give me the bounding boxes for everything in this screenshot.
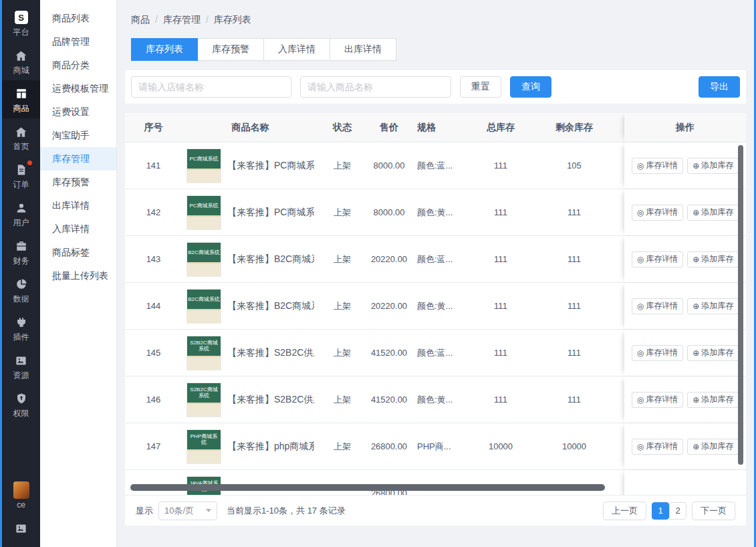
reset-button[interactable]: 重置 xyxy=(460,76,501,98)
sidebar-item-finance[interactable]: 财务 xyxy=(2,233,40,271)
sidebar-item-home[interactable]: 首页 xyxy=(2,118,40,156)
sidebar-item-resources[interactable]: 资源 xyxy=(2,347,40,385)
page-number-1[interactable]: 1 xyxy=(652,502,669,520)
sidebar-item-permissions[interactable]: 权限 xyxy=(2,385,40,423)
sidebar-item-mall[interactable]: 商城 xyxy=(2,42,40,80)
shop-name-input[interactable] xyxy=(131,76,291,98)
tab-outbound-details[interactable]: 出库详情 xyxy=(330,38,396,61)
cell-remaining-stock: 105 xyxy=(534,160,614,171)
add-stock-button[interactable]: ⊕添加库存 xyxy=(687,392,739,408)
vertical-scrollbar[interactable] xyxy=(738,145,743,465)
cell-product: PC商城系统【来客推】PC商城系统 xyxy=(182,148,319,183)
product-image: PC商城系统 xyxy=(186,148,221,183)
sidebar-item-plugins[interactable]: 插件 xyxy=(2,309,40,347)
horizontal-scrollbar[interactable] xyxy=(130,484,605,491)
cell-price: 41520.00 xyxy=(366,347,412,359)
cell-status: 上架 xyxy=(319,394,366,406)
product-image-body xyxy=(187,262,221,276)
query-button[interactable]: 查询 xyxy=(510,76,551,98)
product-name: 【来客推】PC商城系统 xyxy=(227,207,314,219)
add-stock-button[interactable]: ⊕添加库存 xyxy=(687,439,739,455)
sidebar-item-goods[interactable]: 商品 xyxy=(2,80,40,118)
tab-inventory-warning[interactable]: 库存预警 xyxy=(197,38,264,61)
stock-detail-button[interactable]: ◎库存详情 xyxy=(632,298,683,314)
add-stock-button[interactable]: ⊕添加库存 xyxy=(687,251,739,267)
menu-item-goods-list[interactable]: 商品列表 xyxy=(40,7,116,30)
tab-inbound-details[interactable]: 入库详情 xyxy=(263,38,330,61)
sidebar-item-gallery[interactable] xyxy=(2,515,40,542)
stock-detail-button[interactable]: ◎库存详情 xyxy=(632,251,683,267)
add-stock-button[interactable]: ⊕添加库存 xyxy=(687,298,739,314)
breadcrumb-item[interactable]: 库存管理 xyxy=(163,14,201,25)
add-stock-button[interactable]: ⊕添加库存 xyxy=(687,205,739,221)
next-page-button[interactable]: 下一页 xyxy=(692,502,735,520)
cell-price: 26800.00 xyxy=(366,441,412,453)
order-icon xyxy=(13,162,29,178)
primary-sidebar: S平台商城商品首页订单用户财务数据插件资源权限ce xyxy=(2,0,40,547)
product-name-input[interactable] xyxy=(300,76,451,98)
cell-product: S2B2C商城系统【来客推】S2B2C供应 xyxy=(182,382,319,417)
cell-price: 20220.00 xyxy=(366,300,412,312)
sidebar-item-label: 用户 xyxy=(13,218,29,227)
avatar-image xyxy=(13,482,29,498)
stock-detail-button[interactable]: ◎库存详情 xyxy=(632,158,683,174)
product-image-title: S2B2C商城系统 xyxy=(187,383,221,403)
stock-detail-button[interactable]: ◎库存详情 xyxy=(632,439,683,455)
stock-detail-button[interactable]: ◎库存详情 xyxy=(632,345,683,361)
sidebar-item-label: 权限 xyxy=(13,409,29,418)
cell-status: 上架 xyxy=(319,253,366,265)
sidebar-item-data[interactable]: 数据 xyxy=(2,271,40,309)
sidebar-item-profile[interactable]: ce xyxy=(2,477,40,515)
menu-item-inventory-management[interactable]: 库存管理 xyxy=(40,147,116,171)
export-button[interactable]: 导出 xyxy=(699,76,740,98)
product-image: PHP商城系统 xyxy=(186,429,221,464)
menu-item-freight-settings[interactable]: 运费设置 xyxy=(40,100,116,124)
menu-item-outbound-details[interactable]: 出库详情 xyxy=(40,194,116,217)
eye-icon: ◎ xyxy=(637,255,644,263)
page-number-2[interactable]: 2 xyxy=(669,502,686,520)
pagination-info: 当前显示1-10条，共 17 条记录 xyxy=(227,505,346,517)
page-size-value: 10条/页 xyxy=(164,505,194,517)
product-image-title: PC商城系统 xyxy=(187,149,221,169)
add-stock-button[interactable]: ⊕添加库存 xyxy=(687,345,739,361)
menu-item-taobao-assistant[interactable]: 淘宝助手 xyxy=(40,124,116,147)
sidebar-item-orders[interactable]: 订单 xyxy=(2,156,40,195)
sidebar-item-label: 商城 xyxy=(13,66,29,75)
tab-inventory-list[interactable]: 库存列表 xyxy=(131,38,198,61)
prev-page-button[interactable]: 上一页 xyxy=(603,502,646,520)
eye-icon: ◎ xyxy=(637,302,644,310)
eye-icon: ◎ xyxy=(637,209,644,217)
eye-icon: ◎ xyxy=(637,443,644,451)
menu-item-freight-template[interactable]: 运费模板管理 xyxy=(40,77,116,100)
product-image: S2B2C商城系统 xyxy=(186,336,221,370)
sidebar-item-users[interactable]: 用户 xyxy=(2,195,40,233)
page-size-select[interactable]: 10条/页 xyxy=(158,502,217,520)
menu-item-brand-management[interactable]: 品牌管理 xyxy=(40,30,116,53)
stock-detail-button[interactable]: ◎库存详情 xyxy=(632,392,683,408)
add-stock-button[interactable]: ⊕添加库存 xyxy=(687,158,739,174)
table-row: 147PHP商城系统【来客推】php商城系统上架26800.00PHP商...1… xyxy=(125,423,746,470)
col-spec: 规格 xyxy=(412,122,467,134)
menu-item-inventory-warning[interactable]: 库存预警 xyxy=(40,171,116,194)
sidebar-item-platform[interactable]: S平台 xyxy=(2,4,40,42)
plus-icon: ⊕ xyxy=(692,396,699,404)
menu-item-goods-tags[interactable]: 商品标签 xyxy=(40,241,116,264)
menu-item-inbound-details[interactable]: 入库详情 xyxy=(40,217,116,241)
pagination-controls: 上一页 12 下一页 xyxy=(603,502,735,520)
cell-spec: 颜色:黄... xyxy=(412,300,467,312)
cell-status: 上架 xyxy=(319,441,366,453)
cell-total-stock: 111 xyxy=(467,395,534,405)
cell-remaining-stock: 111 xyxy=(534,348,614,358)
cell-remaining-stock: 111 xyxy=(534,395,614,405)
breadcrumb-item[interactable]: 商品 xyxy=(131,14,150,25)
menu-item-batch-upload-list[interactable]: 批量上传列表 xyxy=(40,264,116,288)
cell-status: 上架 xyxy=(319,207,366,219)
cell-remaining-stock: 10000 xyxy=(534,441,614,451)
stock-detail-button[interactable]: ◎库存详情 xyxy=(632,205,683,221)
cell-actions: ◎库存详情⊕添加库存 xyxy=(624,142,746,189)
cell-status: 上架 xyxy=(319,160,366,172)
col-price: 售价 xyxy=(366,121,412,134)
home-icon xyxy=(13,124,29,140)
menu-item-goods-category[interactable]: 商品分类 xyxy=(40,53,116,77)
pagination-bar: 显示 10条/页 当前显示1-10条，共 17 条记录 上一页 12 下一页 xyxy=(125,495,746,526)
